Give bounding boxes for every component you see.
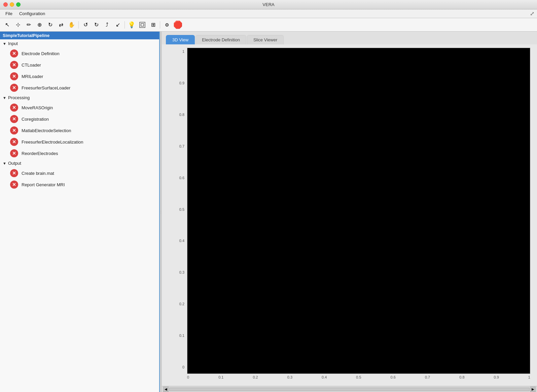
bulb-btn[interactable]: 💡 <box>127 20 137 30</box>
y-label-02: 0.2 <box>175 302 184 306</box>
section-processing[interactable]: ▼ Processing <box>0 93 159 102</box>
app-title: VERA <box>262 2 274 7</box>
resize-icon[interactable]: ⤢ <box>530 10 534 17</box>
status-icon-ctloader: ✕ <box>10 61 18 69</box>
pipeline-title[interactable]: SimpleTutorialPipeline <box>0 32 159 39</box>
minimize-button[interactable] <box>10 2 14 7</box>
x-label-08: 0.8 <box>459 375 464 379</box>
status-icon-electrode: ✕ <box>10 49 18 57</box>
titlebar: VERA <box>0 0 537 9</box>
x-label-1: 1 <box>528 375 530 379</box>
list-item[interactable]: ✕ MatlabElectrodeSelection <box>0 125 159 136</box>
y-label-08: 0.8 <box>175 113 184 117</box>
move-tool[interactable]: ⊕ <box>34 20 44 30</box>
svg-rect-0 <box>140 22 145 28</box>
item-label-freesurfer-surface: FreesurferSurfaceLoader <box>22 85 70 90</box>
list-item[interactable]: ✕ MRILoader <box>0 71 159 82</box>
grab-tool[interactable]: ✋ <box>67 20 77 30</box>
traffic-lights <box>3 2 21 7</box>
item-label-freesurfer-electrode: FreesurferElectrodeLocalization <box>22 140 83 145</box>
transform-tool[interactable]: ⇄ <box>56 20 66 30</box>
tab-slice-viewer[interactable]: Slice Viewer <box>247 35 284 44</box>
input-arrow: ▼ <box>3 42 6 46</box>
section-output-label: Output <box>8 161 21 166</box>
status-icon-report-gen: ✕ <box>10 181 18 189</box>
redo-btn[interactable]: ↻ <box>91 20 101 30</box>
y-label-07: 0.7 <box>175 144 184 148</box>
right-panel: 3D View Electrode Definition Slice Viewe… <box>162 32 537 392</box>
y-label-06: 0.6 <box>175 176 184 180</box>
item-label-moverasorigin: MoveRASOrigin <box>22 105 53 110</box>
x-label-01: 0.1 <box>218 375 223 379</box>
list-item[interactable]: ✕ FreesurferElectrodeLocalization <box>0 136 159 148</box>
menu-configuration[interactable]: Configuration <box>16 10 48 17</box>
x-axis: 0 0.1 0.2 0.3 0.4 0.5 0.6 0.7 0.8 0.9 1 <box>187 374 530 379</box>
x-label-07: 0.7 <box>425 375 430 379</box>
x-label-05: 0.5 <box>356 375 361 379</box>
list-item[interactable]: ✕ Report Generator MRI <box>0 179 159 190</box>
item-label-mriloader: MRILoader <box>22 74 43 79</box>
section-input[interactable]: ▼ Input <box>0 39 159 48</box>
status-icon-create-brain: ✕ <box>10 169 18 177</box>
close-button[interactable] <box>3 2 8 7</box>
processing-arrow: ▼ <box>3 96 6 100</box>
maximize-button[interactable] <box>16 2 21 7</box>
x-label-04: 0.4 <box>322 375 327 379</box>
box-btn[interactable] <box>137 20 147 30</box>
y-label-0: 0 <box>175 365 184 369</box>
item-label-electrode: Electrode Definition <box>22 51 60 56</box>
tab-electrode-definition[interactable]: Electrode Definition <box>195 35 246 44</box>
toolbar-separator-2 <box>124 21 125 29</box>
3d-viewport[interactable] <box>187 48 530 374</box>
section-output[interactable]: ▼ Output <box>0 159 159 167</box>
select-tool[interactable]: ↖ <box>2 20 12 30</box>
toolbar: ↖ ⊹ ✏ ⊕ ↻ ⇄ ✋ ↺ ↻ ⤴ ↙ 💡 ⊞ ⚙ 🛑 <box>0 18 537 32</box>
rotate-tool[interactable]: ↻ <box>45 20 55 30</box>
chart-container: 0 0.1 0.2 0.3 0.4 0.5 0.6 0.7 0.8 0.9 1 … <box>162 44 537 386</box>
list-item[interactable]: ✕ Create brain.mat <box>0 167 159 179</box>
scroll-right-arrow[interactable]: ▶ <box>530 387 536 392</box>
x-label-0: 0 <box>187 375 189 379</box>
item-label-matlab: MatlabElectrodeSelection <box>22 128 71 133</box>
status-icon-coregistration: ✕ <box>10 115 18 123</box>
back-btn[interactable]: ↙ <box>113 20 123 30</box>
list-item[interactable]: ✕ FreesurferSurfaceLoader <box>0 82 159 93</box>
svg-rect-1 <box>141 24 144 26</box>
item-label-ctloader: CTLoader <box>22 63 41 68</box>
stop-btn[interactable]: 🛑 <box>173 20 183 30</box>
x-label-02: 0.2 <box>253 375 258 379</box>
list-item[interactable]: ✕ ReorderElectrodes <box>0 148 159 159</box>
y-label-04: 0.4 <box>175 239 184 243</box>
list-item[interactable]: ✕ MoveRASOrigin <box>0 102 159 113</box>
status-icon-freesurfer-electrode: ✕ <box>10 138 18 146</box>
config-btn[interactable]: ⚙ <box>162 20 172 30</box>
tab-3d-view[interactable]: 3D View <box>166 35 195 44</box>
list-item[interactable]: ✕ Electrode Definition <box>0 48 159 59</box>
list-item[interactable]: ✕ CTLoader <box>0 59 159 71</box>
tab-bar: 3D View Electrode Definition Slice Viewe… <box>162 32 537 44</box>
y-label-09: 0.9 <box>175 81 184 85</box>
item-label-reorder: ReorderElectrodes <box>22 151 58 156</box>
y-label-1: 1 <box>175 49 184 53</box>
lasso-tool[interactable]: ⊹ <box>13 20 23 30</box>
x-label-03: 0.3 <box>287 375 292 379</box>
menu-file[interactable]: File <box>3 10 15 17</box>
undo-btn[interactable]: ↺ <box>80 20 91 30</box>
status-icon-freesurfer-surface: ✕ <box>10 84 18 92</box>
pencil-tool[interactable]: ✏ <box>24 20 34 30</box>
output-arrow: ▼ <box>3 161 6 165</box>
status-icon-matlab: ✕ <box>10 126 18 134</box>
menubar: File Configuration ⤢ <box>0 9 537 18</box>
y-label-05: 0.5 <box>175 207 184 211</box>
forward-btn[interactable]: ⤴ <box>102 20 112 30</box>
x-label-06: 0.6 <box>391 375 396 379</box>
x-label-09: 0.9 <box>494 375 499 379</box>
scroll-left-arrow[interactable]: ◀ <box>163 387 169 392</box>
list-item[interactable]: ✕ Coregistration <box>0 113 159 125</box>
chart-inner: 0 0.1 0.2 0.3 0.4 0.5 0.6 0.7 0.8 0.9 1 … <box>175 48 530 379</box>
bottom-scrollbar: ◀ ▶ <box>162 386 537 392</box>
grid-btn[interactable]: ⊞ <box>148 20 158 30</box>
left-panel: SimpleTutorialPipeline ▼ Input ✕ Electro… <box>0 32 160 392</box>
item-label-create-brain: Create brain.mat <box>22 171 54 176</box>
scroll-track[interactable] <box>169 388 530 391</box>
